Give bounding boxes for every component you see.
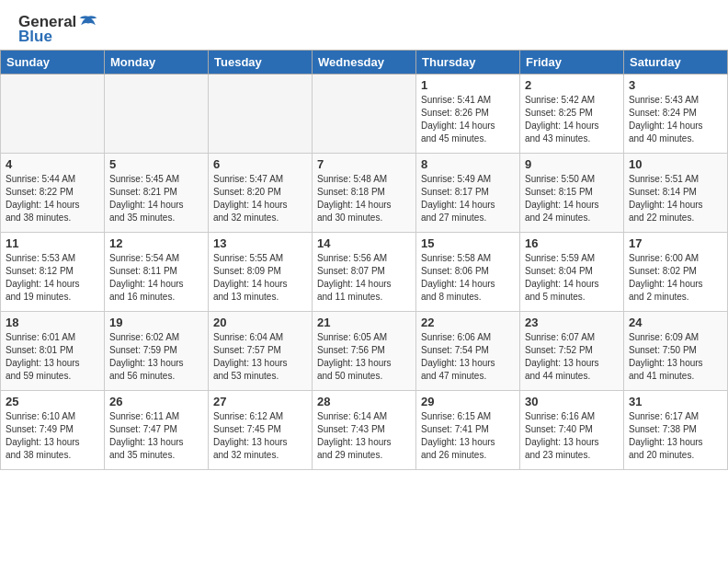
day-number: 9 bbox=[525, 157, 619, 171]
day-info: Sunrise: 5:59 AM Sunset: 8:04 PM Dayligh… bbox=[525, 252, 619, 304]
calendar-table: SundayMondayTuesdayWednesdayThursdayFrid… bbox=[0, 50, 728, 470]
logo-bird-icon bbox=[78, 14, 98, 30]
day-info: Sunrise: 5:50 AM Sunset: 8:15 PM Dayligh… bbox=[525, 173, 619, 224]
calendar-week-3: 11Sunrise: 5:53 AM Sunset: 8:12 PM Dayli… bbox=[1, 233, 728, 312]
day-number: 11 bbox=[6, 236, 99, 250]
day-number: 4 bbox=[6, 157, 99, 171]
day-number: 1 bbox=[421, 78, 515, 92]
day-info: Sunrise: 6:15 AM Sunset: 7:41 PM Dayligh… bbox=[421, 410, 515, 462]
calendar-cell: 7Sunrise: 5:48 AM Sunset: 8:18 PM Daylig… bbox=[313, 154, 416, 233]
calendar-cell: 28Sunrise: 6:14 AM Sunset: 7:43 PM Dayli… bbox=[313, 391, 416, 470]
col-header-thursday: Thursday bbox=[416, 51, 520, 75]
logo: General Blue bbox=[18, 13, 98, 46]
day-number: 25 bbox=[6, 395, 99, 408]
day-info: Sunrise: 6:16 AM Sunset: 7:40 PM Dayligh… bbox=[525, 410, 619, 462]
day-info: Sunrise: 5:53 AM Sunset: 8:12 PM Dayligh… bbox=[6, 252, 99, 304]
calendar-cell: 29Sunrise: 6:15 AM Sunset: 7:41 PM Dayli… bbox=[416, 391, 520, 470]
calendar-week-1: 1Sunrise: 5:41 AM Sunset: 8:26 PM Daylig… bbox=[1, 75, 728, 154]
calendar-cell bbox=[105, 75, 209, 154]
day-number: 17 bbox=[629, 236, 722, 250]
day-info: Sunrise: 5:41 AM Sunset: 8:26 PM Dayligh… bbox=[421, 94, 515, 145]
day-number: 18 bbox=[6, 316, 99, 329]
calendar-cell: 26Sunrise: 6:11 AM Sunset: 7:47 PM Dayli… bbox=[105, 391, 209, 470]
day-info: Sunrise: 6:02 AM Sunset: 7:59 PM Dayligh… bbox=[109, 331, 203, 383]
day-info: Sunrise: 6:06 AM Sunset: 7:54 PM Dayligh… bbox=[421, 331, 515, 383]
calendar-cell: 27Sunrise: 6:12 AM Sunset: 7:45 PM Dayli… bbox=[209, 391, 313, 470]
calendar-cell: 31Sunrise: 6:17 AM Sunset: 7:38 PM Dayli… bbox=[624, 391, 728, 470]
day-number: 15 bbox=[421, 236, 515, 250]
calendar-cell: 19Sunrise: 6:02 AM Sunset: 7:59 PM Dayli… bbox=[105, 312, 209, 391]
col-header-friday: Friday bbox=[520, 51, 624, 75]
day-number: 28 bbox=[317, 395, 411, 408]
day-number: 26 bbox=[109, 395, 203, 408]
calendar-cell: 4Sunrise: 5:44 AM Sunset: 8:22 PM Daylig… bbox=[1, 154, 105, 233]
day-info: Sunrise: 5:55 AM Sunset: 8:09 PM Dayligh… bbox=[213, 252, 307, 304]
calendar-cell bbox=[1, 75, 105, 154]
day-number: 7 bbox=[317, 157, 411, 171]
calendar-cell: 9Sunrise: 5:50 AM Sunset: 8:15 PM Daylig… bbox=[520, 154, 624, 233]
day-number: 30 bbox=[525, 395, 619, 408]
calendar-cell: 23Sunrise: 6:07 AM Sunset: 7:52 PM Dayli… bbox=[520, 312, 624, 391]
calendar-cell: 17Sunrise: 6:00 AM Sunset: 8:02 PM Dayli… bbox=[624, 233, 728, 312]
day-number: 23 bbox=[525, 316, 619, 329]
day-info: Sunrise: 6:07 AM Sunset: 7:52 PM Dayligh… bbox=[525, 331, 619, 383]
calendar-cell: 2Sunrise: 5:42 AM Sunset: 8:25 PM Daylig… bbox=[520, 75, 624, 154]
calendar-cell: 1Sunrise: 5:41 AM Sunset: 8:26 PM Daylig… bbox=[416, 75, 520, 154]
day-info: Sunrise: 6:04 AM Sunset: 7:57 PM Dayligh… bbox=[213, 331, 307, 383]
day-number: 5 bbox=[109, 157, 203, 171]
calendar-cell: 30Sunrise: 6:16 AM Sunset: 7:40 PM Dayli… bbox=[520, 391, 624, 470]
day-number: 24 bbox=[629, 316, 722, 329]
calendar-week-2: 4Sunrise: 5:44 AM Sunset: 8:22 PM Daylig… bbox=[1, 154, 728, 233]
day-info: Sunrise: 6:09 AM Sunset: 7:50 PM Dayligh… bbox=[629, 331, 722, 383]
calendar-cell: 25Sunrise: 6:10 AM Sunset: 7:49 PM Dayli… bbox=[1, 391, 105, 470]
day-info: Sunrise: 5:44 AM Sunset: 8:22 PM Dayligh… bbox=[6, 173, 99, 224]
day-info: Sunrise: 6:17 AM Sunset: 7:38 PM Dayligh… bbox=[629, 410, 722, 462]
day-info: Sunrise: 5:51 AM Sunset: 8:14 PM Dayligh… bbox=[629, 173, 722, 224]
day-info: Sunrise: 6:01 AM Sunset: 8:01 PM Dayligh… bbox=[6, 331, 99, 383]
col-header-tuesday: Tuesday bbox=[209, 51, 313, 75]
calendar-week-4: 18Sunrise: 6:01 AM Sunset: 8:01 PM Dayli… bbox=[1, 312, 728, 391]
calendar-cell: 16Sunrise: 5:59 AM Sunset: 8:04 PM Dayli… bbox=[520, 233, 624, 312]
calendar-header-row: SundayMondayTuesdayWednesdayThursdayFrid… bbox=[1, 51, 728, 75]
day-info: Sunrise: 6:11 AM Sunset: 7:47 PM Dayligh… bbox=[109, 410, 203, 462]
calendar-cell: 8Sunrise: 5:49 AM Sunset: 8:17 PM Daylig… bbox=[416, 154, 520, 233]
day-info: Sunrise: 6:05 AM Sunset: 7:56 PM Dayligh… bbox=[317, 331, 411, 383]
day-info: Sunrise: 5:54 AM Sunset: 8:11 PM Dayligh… bbox=[109, 252, 203, 304]
day-number: 2 bbox=[525, 78, 619, 92]
day-number: 19 bbox=[109, 316, 203, 329]
day-number: 3 bbox=[629, 78, 722, 92]
col-header-saturday: Saturday bbox=[624, 51, 728, 75]
logo-blue-text: Blue bbox=[18, 28, 52, 46]
calendar-cell: 18Sunrise: 6:01 AM Sunset: 8:01 PM Dayli… bbox=[1, 312, 105, 391]
day-info: Sunrise: 5:43 AM Sunset: 8:24 PM Dayligh… bbox=[629, 94, 722, 145]
day-number: 8 bbox=[421, 157, 515, 171]
col-header-sunday: Sunday bbox=[1, 51, 105, 75]
day-info: Sunrise: 6:00 AM Sunset: 8:02 PM Dayligh… bbox=[629, 252, 722, 304]
day-number: 27 bbox=[213, 395, 307, 408]
day-number: 16 bbox=[525, 236, 619, 250]
day-number: 29 bbox=[421, 395, 515, 408]
day-number: 14 bbox=[317, 236, 411, 250]
day-number: 10 bbox=[629, 157, 722, 171]
calendar-cell: 11Sunrise: 5:53 AM Sunset: 8:12 PM Dayli… bbox=[1, 233, 105, 312]
calendar-cell: 21Sunrise: 6:05 AM Sunset: 7:56 PM Dayli… bbox=[313, 312, 416, 391]
day-number: 13 bbox=[213, 236, 307, 250]
day-info: Sunrise: 5:42 AM Sunset: 8:25 PM Dayligh… bbox=[525, 94, 619, 145]
calendar-cell: 15Sunrise: 5:58 AM Sunset: 8:06 PM Dayli… bbox=[416, 233, 520, 312]
day-info: Sunrise: 6:12 AM Sunset: 7:45 PM Dayligh… bbox=[213, 410, 307, 462]
calendar-cell: 12Sunrise: 5:54 AM Sunset: 8:11 PM Dayli… bbox=[105, 233, 209, 312]
day-number: 31 bbox=[629, 395, 722, 408]
day-number: 12 bbox=[109, 236, 203, 250]
calendar-cell: 24Sunrise: 6:09 AM Sunset: 7:50 PM Dayli… bbox=[624, 312, 728, 391]
day-number: 6 bbox=[213, 157, 307, 171]
calendar-week-5: 25Sunrise: 6:10 AM Sunset: 7:49 PM Dayli… bbox=[1, 391, 728, 470]
col-header-monday: Monday bbox=[105, 51, 209, 75]
day-info: Sunrise: 5:49 AM Sunset: 8:17 PM Dayligh… bbox=[421, 173, 515, 224]
calendar-cell: 22Sunrise: 6:06 AM Sunset: 7:54 PM Dayli… bbox=[416, 312, 520, 391]
calendar-cell: 10Sunrise: 5:51 AM Sunset: 8:14 PM Dayli… bbox=[624, 154, 728, 233]
day-number: 20 bbox=[213, 316, 307, 329]
day-number: 22 bbox=[421, 316, 515, 329]
day-info: Sunrise: 5:48 AM Sunset: 8:18 PM Dayligh… bbox=[317, 173, 411, 224]
day-number: 21 bbox=[317, 316, 411, 329]
calendar-cell: 20Sunrise: 6:04 AM Sunset: 7:57 PM Dayli… bbox=[209, 312, 313, 391]
